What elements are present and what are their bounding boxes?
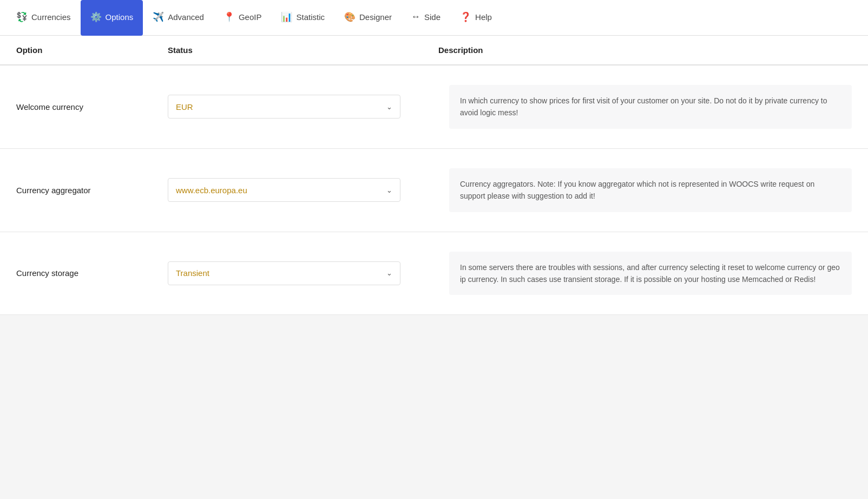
nav-label-geoip: GeoIP [239,12,262,22]
help-icon: ❓ [460,11,471,23]
label-welcome-currency: Welcome currency [16,102,168,111]
description-currency-storage: In some servers there are troubles with … [449,252,852,296]
advanced-icon: ✈️ [153,11,164,23]
header-option: Option [16,45,168,55]
nav-label-statistic: Statistic [296,12,325,22]
chevron-down-icon: ⌄ [386,269,392,277]
nav-item-designer[interactable]: 🎨 Designer [334,0,402,36]
select-currency-aggregator[interactable]: www.ecb.europa.eu ⌄ [168,178,400,202]
header-description: Description [438,45,852,55]
geoip-icon: 📍 [223,11,235,23]
nav-label-currencies: Currencies [31,12,71,22]
designer-icon: 🎨 [344,11,356,23]
description-welcome-currency: In which currency to show prices for fir… [449,85,852,129]
select-currency-aggregator-value: www.ecb.europa.eu [176,186,247,195]
chevron-down-icon: ⌄ [386,103,392,111]
select-welcome-currency-wrapper: EUR ⌄ [168,95,400,119]
nav-label-side: Side [424,12,440,22]
nav-item-side[interactable]: ↔️ Side [402,0,450,36]
select-currency-aggregator-wrapper: www.ecb.europa.eu ⌄ [168,178,400,202]
nav-item-statistic[interactable]: 📊 Statistic [271,0,334,36]
statistic-icon: 📊 [281,11,292,23]
select-currency-storage-wrapper: Transient ⌄ [168,261,400,285]
side-icon: ↔️ [411,11,420,22]
nav-label-options: Options [106,12,134,22]
nav-label-help: Help [475,12,492,22]
table-header: Option Status Description [0,36,868,65]
nav-item-geoip[interactable]: 📍 GeoIP [214,0,272,36]
select-currency-storage-value: Transient [176,268,209,278]
label-currency-aggregator: Currency aggregator [16,186,168,195]
top-navigation: 💱 Currencies ⚙️ Options ✈️ Advanced 📍 Ge… [0,0,868,36]
chevron-down-icon: ⌄ [386,186,392,194]
row-currency-aggregator: Currency aggregator www.ecb.europa.eu ⌄ … [0,149,868,232]
select-currency-storage[interactable]: Transient ⌄ [168,261,400,285]
row-welcome-currency: Welcome currency EUR ⌄ In which currency… [0,65,868,149]
nav-item-options[interactable]: ⚙️ Options [81,0,143,36]
select-welcome-currency[interactable]: EUR ⌄ [168,95,400,119]
nav-item-currencies[interactable]: 💱 Currencies [6,0,81,36]
description-currency-aggregator: Currency aggregators. Note: If you know … [449,168,852,212]
label-currency-storage: Currency storage [16,268,168,278]
nav-label-advanced: Advanced [168,12,204,22]
nav-item-help[interactable]: ❓ Help [450,0,502,36]
header-status: Status [168,45,438,55]
select-welcome-currency-value: EUR [176,102,193,111]
nav-item-advanced[interactable]: ✈️ Advanced [143,0,214,36]
nav-label-designer: Designer [359,12,392,22]
row-currency-storage: Currency storage Transient ⌄ In some ser… [0,232,868,316]
options-icon: ⚙️ [90,11,102,23]
currencies-icon: 💱 [16,11,28,23]
